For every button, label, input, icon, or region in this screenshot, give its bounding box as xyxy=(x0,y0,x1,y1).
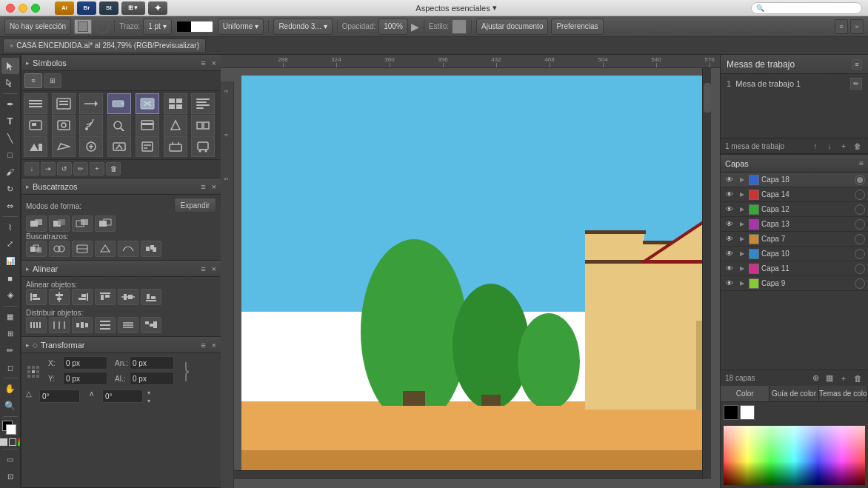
sym-new-btn[interactable]: + xyxy=(90,162,104,176)
scroll-h[interactable] xyxy=(234,470,702,479)
capas-options-btn[interactable]: ≡ xyxy=(859,159,864,167)
layer-row-9[interactable]: 👁 ▶ Capa 9 xyxy=(721,276,868,291)
full-screen-btn[interactable]: ⊡ xyxy=(1,469,19,485)
type-tool[interactable]: T xyxy=(1,113,19,130)
mesas-delete-btn[interactable]: 🗑 xyxy=(852,140,864,152)
capas-add-btn[interactable]: + xyxy=(838,372,849,384)
arrow-18[interactable]: ▶ xyxy=(738,174,747,186)
graph-tool[interactable]: 📊 xyxy=(1,253,19,270)
alinear-options-icon[interactable]: ≡ xyxy=(201,264,205,273)
list-view-btn[interactable]: ≡ xyxy=(24,73,42,88)
bt-2[interactable] xyxy=(49,241,70,257)
style-preview[interactable] xyxy=(452,19,467,34)
mesas-up-btn[interactable]: ↑ xyxy=(809,140,821,152)
layer-row-13[interactable]: 👁 ▶ Capa 13 xyxy=(721,217,868,232)
sim-item-1[interactable] xyxy=(24,93,47,114)
stroke-type[interactable]: Uniforme ▾ xyxy=(218,19,264,35)
alinear-hcenter[interactable] xyxy=(49,289,70,305)
vis-9[interactable] xyxy=(855,278,865,289)
vis-12[interactable] xyxy=(855,204,865,215)
shear-input[interactable] xyxy=(102,390,143,403)
vis-11[interactable] xyxy=(855,264,865,274)
sim-item-shape2[interactable] xyxy=(191,115,215,136)
mesh-tool[interactable]: ⊞ xyxy=(1,326,19,342)
maximize-button[interactable] xyxy=(31,4,40,13)
sim-item-2[interactable] xyxy=(52,93,76,114)
w-input[interactable] xyxy=(130,356,174,370)
artboard[interactable] xyxy=(241,76,711,479)
shape-tool[interactable]: □ xyxy=(1,147,19,164)
expand-btn[interactable]: » xyxy=(850,19,864,34)
dist-5[interactable] xyxy=(118,317,138,333)
layer-row-11[interactable]: 👁 ▶ Capa 11 xyxy=(721,261,868,276)
arrange-btn[interactable]: ≡ xyxy=(835,19,848,34)
transformar-options-icon[interactable]: ≡ xyxy=(201,341,205,350)
sim-item-rss[interactable] xyxy=(79,115,103,136)
modos-intersect[interactable] xyxy=(72,215,93,232)
preferences-btn[interactable]: Preferencias xyxy=(551,19,603,35)
arrow-13[interactable]: ▶ xyxy=(738,218,747,230)
vis-10[interactable] xyxy=(855,249,865,259)
sim-item-s2[interactable] xyxy=(52,136,76,157)
arrow-9[interactable]: ▶ xyxy=(738,278,747,290)
dist-1[interactable] xyxy=(26,317,47,333)
bt-5[interactable] xyxy=(118,241,138,257)
search-bar[interactable]: 🔍 xyxy=(751,2,862,14)
sim-item-close[interactable] xyxy=(136,93,159,114)
eye-18[interactable]: 👁 xyxy=(724,174,735,186)
sym-reset-btn[interactable]: ↺ xyxy=(57,162,72,176)
pen-tool[interactable]: ✒ xyxy=(1,96,19,113)
close-button[interactable] xyxy=(6,4,15,13)
dist-4[interactable] xyxy=(95,317,116,333)
transformar-header[interactable]: ▸ ◇ Transformar ≡ × xyxy=(21,337,221,353)
color-tab[interactable]: Color xyxy=(721,386,769,401)
mirror-tool[interactable]: ⇔ xyxy=(1,198,19,214)
sym-place-btn[interactable]: ↓ xyxy=(24,162,39,176)
scroll-v[interactable] xyxy=(702,68,711,479)
sym-edit-btn[interactable]: ✏ xyxy=(73,162,88,176)
grid-view-btn[interactable]: ⊞ xyxy=(44,73,61,88)
transform-link[interactable] xyxy=(181,356,190,387)
fill-color[interactable] xyxy=(74,19,92,34)
eye-10[interactable]: 👁 xyxy=(724,248,735,260)
alinear-bottom[interactable] xyxy=(141,289,161,305)
fill-stroke-indicator[interactable] xyxy=(2,421,19,435)
mesa-item-1[interactable]: 1 Mesa de trabajo 1 ✏ xyxy=(721,76,868,92)
expandir-btn[interactable]: Expandir xyxy=(174,198,216,213)
stock-icon[interactable]: St xyxy=(99,1,118,15)
alinear-header[interactable]: ▸ Alinear ≡ × xyxy=(21,261,221,277)
modos-minus[interactable] xyxy=(49,215,70,232)
modos-exclude[interactable] xyxy=(95,215,116,232)
mesa-edit-btn[interactable]: ✏ xyxy=(850,78,862,90)
corner-type[interactable]: Redondo 3... ▾ xyxy=(273,19,332,35)
scale-tool[interactable]: ⤢ xyxy=(1,236,19,253)
column-graph-tool[interactable]: ▦ xyxy=(1,309,19,325)
eye-9[interactable]: 👁 xyxy=(724,278,735,290)
eyedropper-tool[interactable]: ✏ xyxy=(1,342,19,358)
sim-item-3[interactable] xyxy=(79,93,103,114)
dist-3[interactable] xyxy=(72,317,93,333)
tab-close-icon[interactable]: × xyxy=(10,42,13,50)
eraser-tool[interactable]: ◻ xyxy=(1,359,19,375)
layer-row-10[interactable]: 👁 ▶ Capa 10 xyxy=(721,247,868,261)
eye-7[interactable]: 👁 xyxy=(724,233,735,245)
rotate-input[interactable] xyxy=(39,390,80,403)
x-input[interactable] xyxy=(63,356,107,370)
alinear-top[interactable] xyxy=(95,289,116,305)
dist-2[interactable] xyxy=(49,317,70,333)
color-spectrum[interactable] xyxy=(724,426,865,485)
arrow-10[interactable]: ▶ xyxy=(738,248,747,260)
bridge-icon[interactable]: Br xyxy=(77,1,96,15)
black-swatch[interactable] xyxy=(724,405,738,420)
zoom-tool[interactable]: 🔍 xyxy=(1,398,19,414)
sim-item-s1[interactable] xyxy=(24,136,47,157)
bt-6[interactable] xyxy=(141,241,161,257)
dist-6[interactable] xyxy=(141,317,161,333)
arrow-7[interactable]: ▶ xyxy=(738,233,747,245)
line-tool[interactable]: ╲ xyxy=(1,130,19,147)
opacity-input[interactable]: 100% xyxy=(378,19,408,35)
mesas-add-btn[interactable]: + xyxy=(838,140,849,152)
buscatrazos-options-icon[interactable]: ≡ xyxy=(201,182,205,191)
h-input[interactable] xyxy=(130,372,174,385)
tools-icon[interactable]: ✦ xyxy=(148,1,167,15)
